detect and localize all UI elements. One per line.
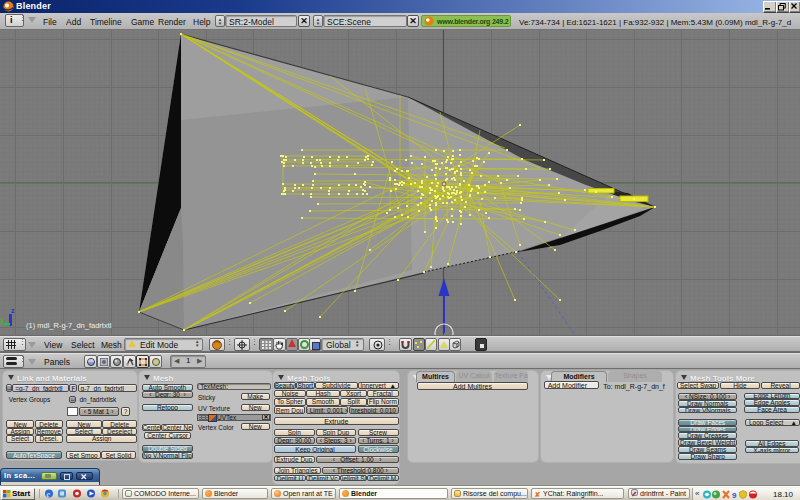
svg-text:e: e — [47, 490, 51, 499]
svg-text:y: y — [0, 317, 4, 325]
svg-text:z: z — [11, 307, 15, 314]
svg-text:9: 9 — [732, 490, 737, 499]
svg-text:(1) mdl_R-g-7_dn_fadrtxtl: (1) mdl_R-g-7_dn_fadrtxtl — [26, 321, 112, 330]
